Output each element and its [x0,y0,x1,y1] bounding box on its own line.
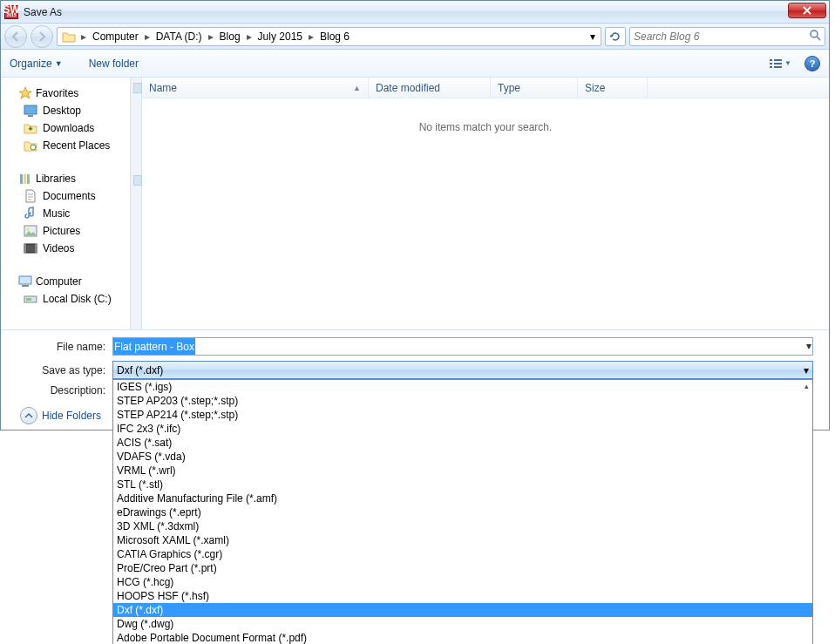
savetype-option[interactable]: VDAFS (*.vda) [113,450,812,464]
recent-icon [24,139,37,153]
savetype-dropdown[interactable]: ▴ ▾ IGES (*.igs)STEP AP203 (*.step;*.stp… [112,379,813,644]
close-button[interactable] [788,3,826,18]
documents-icon [24,189,37,203]
music-icon [24,207,37,220]
forward-button[interactable] [31,25,53,48]
savetype-label: Save as type: [17,364,112,376]
chevron-down-icon: ▼ [55,59,63,68]
new-folder-button[interactable]: New folder [89,58,139,70]
scroll-up-arrow[interactable]: ▴ [804,382,809,390]
nav-bar: ▸ Computer ▸ DATA (D:) ▸ Blog ▸ July 201… [1,24,829,50]
savetype-option[interactable]: Adobe Portable Document Format (*.pdf) [113,631,812,644]
svg-rect-11 [24,174,26,184]
nav-item-downloads[interactable]: Downloads [4,119,126,137]
column-name[interactable]: Name▲ [142,78,369,98]
svg-rect-3 [770,63,772,64]
search-icon[interactable] [809,29,821,44]
folder-icon [61,30,77,44]
favorites-icon [18,86,32,100]
svg-rect-18 [19,276,31,284]
savetype-option[interactable]: STEP AP214 (*.step;*.stp) [113,408,812,422]
chevron-right-icon[interactable]: ▸ [306,28,316,45]
favorites-header[interactable]: Favorites [4,85,126,102]
breadcrumb-segment[interactable]: Computer [89,28,142,45]
svg-point-9 [31,145,36,150]
svg-rect-17 [35,244,37,253]
chevron-down-icon: ▾ [804,364,809,376]
window-title: Save As [24,6,62,18]
nav-item-recent[interactable]: Recent Places [4,137,126,154]
svg-rect-7 [24,105,37,114]
breadcrumb-segment[interactable]: DATA (D:) [153,28,206,45]
svg-rect-1 [770,59,772,61]
column-date[interactable]: Date modified [369,78,491,98]
videos-icon [24,241,37,255]
savetype-option[interactable]: Additive Manufacturing File (*.amf) [113,491,812,505]
savetype-option[interactable]: STEP AP203 (*.step;*.stp) [113,394,812,408]
filename-input[interactable]: Flat pattern - Box [112,337,813,356]
back-button[interactable] [4,25,27,48]
form-area: File name: Flat pattern - Box ▾ Save as … [1,330,829,430]
chevron-right-icon[interactable]: ▸ [206,28,216,45]
computer-header[interactable]: Computer [4,273,126,290]
savetype-option[interactable]: VRML (*.wrl) [113,464,812,478]
libraries-icon [18,172,32,186]
savetype-option[interactable]: eDrawings (*.eprt) [113,505,812,519]
savetype-combo[interactable]: Dxf (*.dxf) ▾ [112,361,813,379]
nav-item-videos[interactable]: Videos [4,240,126,257]
breadcrumb-segment[interactable]: Blog [216,28,244,45]
computer-icon [18,275,32,288]
title-bar: SW2015 Save As [1,1,829,24]
savetype-option[interactable]: IFC 2x3 (*.ifc) [113,422,812,436]
column-size[interactable]: Size [578,78,648,98]
savetype-option[interactable]: HOOPS HSF (*.hsf) [113,589,812,603]
breadcrumb-dropdown[interactable]: ▾ [587,31,599,43]
libraries-header[interactable]: Libraries [4,170,126,187]
savetype-option[interactable]: ACIS (*.sat) [113,436,812,450]
organize-button[interactable]: Organize ▼ [10,58,63,70]
svg-rect-6 [774,66,782,68]
chevron-right-icon[interactable]: ▸ [142,28,153,45]
view-options-button[interactable]: ▼ [764,54,796,73]
toolbar: Organize ▼ New folder ▼ ? [1,50,829,78]
nav-item-music[interactable]: Music [4,205,126,222]
pictures-icon [24,224,37,238]
splitter[interactable] [130,78,142,329]
column-type[interactable]: Type [491,78,578,98]
nav-item-local-disk-c[interactable]: Local Disk (C:) [4,290,126,308]
breadcrumb-segment[interactable]: Blog 6 [316,28,353,45]
svg-rect-8 [28,115,33,117]
nav-item-pictures[interactable]: Pictures [4,222,126,240]
savetype-option[interactable]: Dxf (*.dxf) [113,603,812,617]
svg-point-0 [811,31,818,37]
search-box[interactable] [629,27,825,46]
computer-label: Computer [36,275,82,288]
refresh-button[interactable] [605,27,626,46]
drive-icon [24,292,37,306]
search-input[interactable] [634,31,809,43]
libraries-label: Libraries [36,173,76,185]
savetype-option[interactable]: Microsoft XAML (*.xaml) [113,533,812,547]
close-icon [803,6,811,15]
savetype-option[interactable]: IGES (*.igs) [113,380,812,394]
svg-rect-19 [22,285,29,287]
nav-item-documents[interactable]: Documents [4,187,126,205]
filename-dropdown-arrow[interactable]: ▾ [806,340,811,352]
svg-rect-4 [774,63,782,64]
chevron-up-icon [24,411,33,420]
savetype-option[interactable]: HCG (*.hcg) [113,575,812,589]
savetype-option[interactable]: CATIA Graphics (*.cgr) [113,547,812,561]
sort-asc-icon: ▲ [353,84,361,92]
svg-rect-10 [20,174,23,184]
breadcrumb[interactable]: ▸ Computer ▸ DATA (D:) ▸ Blog ▸ July 201… [57,27,601,46]
nav-item-desktop[interactable]: Desktop [4,102,126,119]
savetype-option[interactable]: 3D XML (*.3dxml) [113,519,812,533]
breadcrumb-segment[interactable]: July 2015 [255,28,306,45]
savetype-option[interactable]: Dwg (*.dwg) [113,617,812,631]
help-button[interactable]: ? [804,56,820,71]
chevron-right-icon[interactable]: ▸ [78,28,89,45]
savetype-option[interactable]: ProE/Creo Part (*.prt) [113,561,812,575]
savetype-option[interactable]: STL (*.stl) [113,478,812,491]
view-icon [769,58,783,70]
chevron-right-icon[interactable]: ▸ [244,28,255,45]
